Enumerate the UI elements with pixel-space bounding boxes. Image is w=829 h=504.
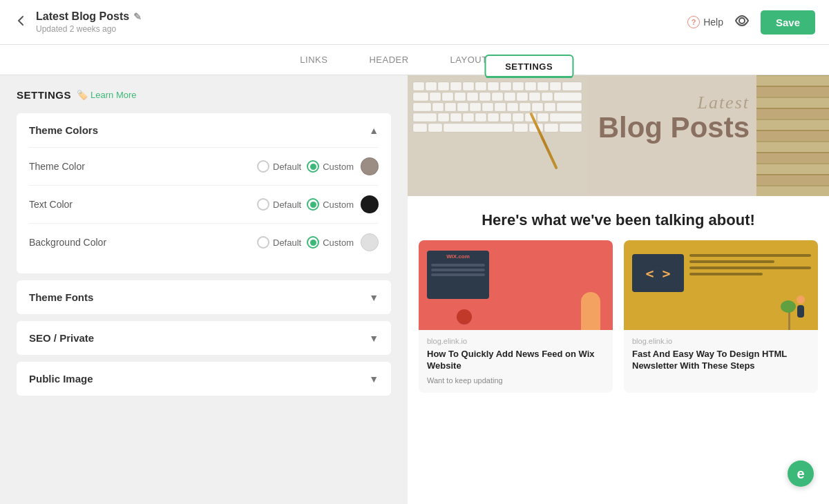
tab-layout[interactable]: LAYOUT	[450, 48, 488, 72]
svg-rect-33	[495, 103, 506, 111]
blog-card-2: < >	[624, 240, 818, 393]
svg-rect-24	[529, 93, 540, 101]
svg-rect-52	[444, 124, 513, 132]
svg-rect-12	[537, 82, 549, 90]
svg-rect-27	[413, 103, 431, 111]
back-button[interactable]	[14, 14, 28, 31]
bg-color-swatch[interactable]	[361, 233, 379, 251]
settings-heading-text: SETTINGS	[17, 89, 71, 101]
card-1-title: How To Quickly Add News Feed on Wix Webs…	[427, 349, 604, 372]
text-color-default-option[interactable]: Default	[257, 198, 301, 211]
svg-rect-43	[475, 113, 486, 122]
theme-colors-body: Theme Color Default Custom	[17, 147, 391, 273]
learn-more-icon: 🏷️	[77, 90, 88, 100]
learn-more-link[interactable]: 🏷️ Learn More	[77, 90, 136, 100]
theme-color-default-radio[interactable]	[257, 160, 269, 173]
bg-color-default-radio[interactable]	[257, 236, 269, 249]
svg-rect-2	[413, 82, 424, 90]
svg-rect-4	[438, 82, 449, 90]
svg-rect-20	[479, 93, 490, 101]
header-right: ? Help Save	[687, 10, 815, 35]
svg-rect-23	[517, 93, 528, 101]
svg-rect-6	[463, 82, 474, 90]
bg-color-radio-group: Default Custom	[257, 236, 354, 249]
tab-links[interactable]: LINKS	[300, 48, 327, 72]
theme-color-swatch[interactable]	[361, 157, 379, 175]
card-2-title: Fast And Easy Way To Design HTML Newslet…	[632, 349, 810, 372]
tab-settings-underline	[486, 76, 572, 78]
theme-fonts-section: Theme Fonts ▼	[17, 280, 391, 314]
svg-rect-41	[450, 113, 461, 122]
theme-color-default-option[interactable]: Default	[257, 160, 301, 173]
svg-rect-55	[544, 124, 558, 132]
svg-rect-37	[544, 103, 555, 111]
svg-rect-38	[557, 103, 582, 111]
svg-rect-14	[562, 82, 582, 90]
tab-header[interactable]: HEADER	[369, 48, 408, 72]
svg-rect-13	[550, 82, 561, 90]
public-image-header[interactable]: Public Image ▼	[17, 362, 391, 396]
header-title-area: Latest Blog Posts ✎ Updated 2 weeks ago	[36, 10, 142, 34]
bg-color-default-option[interactable]: Default	[257, 236, 301, 249]
card-1-content: blog.elink.io How To Quickly Add News Fe…	[419, 330, 613, 393]
svg-rect-8	[488, 82, 499, 90]
keyboard-visual	[408, 75, 587, 196]
page-title: Latest Blog Posts ✎	[36, 10, 142, 23]
header: Latest Blog Posts ✎ Updated 2 weeks ago …	[0, 0, 829, 45]
wix-mockup: WiX.com	[427, 251, 489, 299]
text-color-swatch[interactable]	[361, 195, 379, 213]
svg-rect-11	[525, 82, 536, 90]
svg-rect-44	[488, 113, 499, 122]
svg-rect-34	[507, 103, 518, 111]
theme-colors-header[interactable]: Theme Colors ▲	[17, 113, 391, 147]
book-texture	[756, 75, 829, 196]
svg-rect-16	[430, 93, 441, 101]
svg-rect-17	[442, 93, 453, 101]
public-image-chevron: ▼	[369, 374, 379, 385]
preview-button[interactable]	[734, 13, 750, 32]
card-1-excerpt: Want to keep updating	[427, 376, 604, 386]
help-icon: ?	[687, 16, 700, 28]
text-color-custom-option[interactable]: Custom	[307, 198, 354, 211]
svg-rect-7	[475, 82, 486, 90]
bg-color-custom-option[interactable]: Custom	[307, 236, 354, 249]
tree-top	[781, 300, 796, 313]
theme-color-row: Theme Color Default Custom	[29, 147, 379, 185]
preview-hero: Latest Blog Posts	[408, 75, 829, 196]
svg-rect-40	[438, 113, 449, 122]
svg-rect-10	[513, 82, 524, 90]
svg-rect-18	[455, 93, 466, 101]
text-color-custom-radio[interactable]	[307, 198, 319, 211]
card-2-source: blog.elink.io	[632, 337, 810, 345]
public-image-section: Public Image ▼	[17, 362, 391, 396]
svg-rect-31	[470, 103, 481, 111]
svg-rect-28	[432, 103, 444, 111]
text-color-default-radio[interactable]	[257, 198, 269, 211]
theme-color-radio-group: Default Custom	[257, 160, 354, 173]
tab-settings[interactable]: SETTINGS	[484, 55, 573, 78]
text-color-radio-group: Default Custom	[257, 198, 354, 211]
card-2-content: blog.elink.io Fast And Easy Way To Desig…	[624, 330, 818, 379]
theme-colors-chevron: ▲	[369, 125, 379, 136]
help-button[interactable]: ? Help	[687, 16, 723, 28]
bg-color-row: Background Color Default Custom	[29, 223, 379, 261]
book-stack	[756, 75, 829, 196]
tabs-bar: LINKS HEADER LAYOUT SETTINGS	[0, 45, 829, 75]
svg-rect-25	[542, 93, 553, 101]
theme-color-custom-option[interactable]: Custom	[307, 160, 354, 173]
text-color-label: Text Color	[29, 199, 257, 210]
seo-private-chevron: ▼	[369, 333, 379, 344]
bg-color-custom-radio[interactable]	[307, 236, 319, 249]
elink-logo: e	[788, 461, 814, 487]
code-lines	[689, 254, 811, 275]
theme-color-custom-radio[interactable]	[307, 160, 319, 173]
theme-fonts-header[interactable]: Theme Fonts ▼	[17, 280, 391, 314]
svg-rect-30	[457, 103, 468, 111]
save-button[interactable]: Save	[761, 10, 815, 35]
edit-icon[interactable]: ✎	[133, 11, 142, 22]
seo-private-section: SEO / Private ▼	[17, 321, 391, 355]
svg-rect-21	[492, 93, 503, 101]
svg-point-0	[739, 18, 745, 23]
seo-private-header[interactable]: SEO / Private ▼	[17, 321, 391, 355]
settings-heading: SETTINGS 🏷️ Learn More	[17, 89, 391, 101]
